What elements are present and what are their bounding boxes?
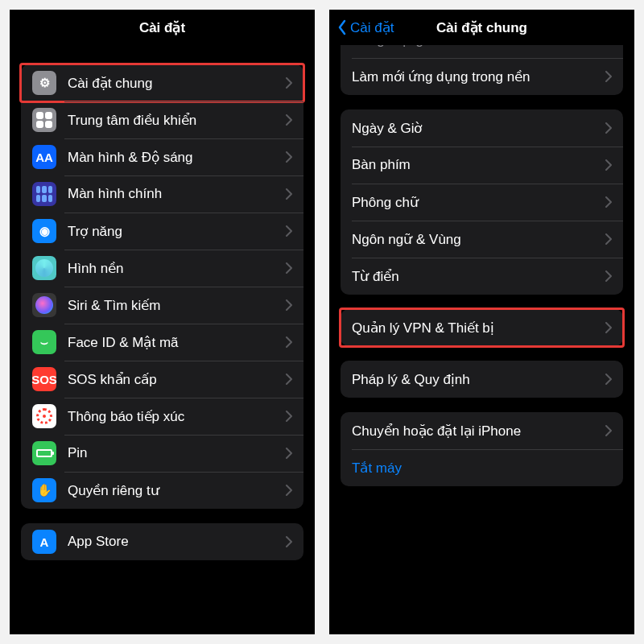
- back-button[interactable]: Cài đặt: [337, 19, 394, 36]
- row-label: Từ điển: [352, 268, 605, 285]
- row-label: Làm mới ứng dụng trong nền: [352, 68, 605, 85]
- row-kbd[interactable]: Bàn phím: [341, 147, 623, 184]
- row-date[interactable]: Ngày & Giờ: [341, 109, 623, 147]
- settings-group: Ngày & GiờBàn phímPhông chữNgôn ngữ & Vù…: [341, 109, 623, 295]
- siri-icon: [32, 293, 56, 317]
- row-label: Siri & Tìm kiếm: [68, 297, 286, 314]
- chevron-right-icon: [286, 336, 292, 348]
- row-store[interactable]: AApp Store: [21, 523, 303, 560]
- settings-group: Chuyển hoặc đặt lại iPhoneTắt máy: [341, 412, 623, 486]
- chevron-right-icon: [286, 262, 292, 274]
- general-settings-screen: Cài đặt Cài đặt chung Dung lượng iPhoneL…: [329, 10, 634, 634]
- chevron-right-icon: [286, 374, 292, 385]
- row-sos[interactable]: SOSSOS khẩn cấp: [21, 361, 303, 398]
- row-access[interactable]: ◉Trợ năng: [21, 213, 303, 250]
- settings-group: ⚙︎Cài đặt chungTrung tâm điều khiểnAAMàn…: [21, 64, 303, 509]
- chevron-right-icon: [286, 151, 292, 163]
- row-label: Thông báo tiếp xúc: [68, 408, 286, 425]
- row-priv[interactable]: ✋Quyền riêng tư: [21, 472, 303, 509]
- row-reset[interactable]: Chuyển hoặc đặt lại iPhone: [341, 412, 623, 449]
- row-label: Quyền riêng tư: [68, 482, 286, 499]
- row-label: Phông chữ: [352, 194, 605, 211]
- page-title: Cài đặt chung: [436, 19, 527, 36]
- gear-icon: ⚙︎: [32, 71, 56, 95]
- row-label: SOS khẩn cấp: [68, 371, 286, 388]
- navbar: Cài đặt: [10, 10, 315, 45]
- display-icon: AA: [32, 145, 56, 169]
- row-batt[interactable]: Pin: [21, 435, 303, 472]
- chevron-right-icon: [605, 122, 612, 134]
- row-lang[interactable]: Ngôn ngữ & Vùng: [341, 221, 623, 258]
- row-label: Màn hình & Độ sáng: [68, 149, 286, 166]
- row-label: Tắt máy: [352, 460, 612, 477]
- chevron-right-icon: [286, 411, 292, 422]
- battery-icon: [32, 441, 56, 465]
- navbar: Cài đặt Cài đặt chung: [329, 10, 634, 45]
- chevron-right-icon: [286, 77, 292, 89]
- row-label: Màn hình chính: [68, 186, 286, 202]
- page-title: Cài đặt: [139, 19, 185, 36]
- row-dict[interactable]: Từ điển: [341, 258, 623, 295]
- row-wall[interactable]: Hình nền: [21, 250, 303, 287]
- settings-group: Quản lý VPN & Thiết bị: [341, 309, 623, 346]
- wallpaper-icon: [32, 256, 56, 280]
- row-label: App Store: [68, 534, 286, 550]
- face-id-icon: ⌣: [32, 330, 56, 354]
- row-label: Trợ năng: [68, 223, 286, 240]
- row-siri[interactable]: Siri & Tìm kiếm: [21, 287, 303, 324]
- row-legal[interactable]: Pháp lý & Quy định: [341, 361, 623, 398]
- chevron-right-icon: [605, 425, 612, 436]
- chevron-right-icon: [286, 448, 292, 459]
- settings-group: Dung lượng iPhoneLàm mới ứng dụng trong …: [341, 45, 623, 95]
- back-label: Cài đặt: [350, 19, 394, 36]
- chevron-right-icon: [286, 536, 292, 547]
- sos-icon: SOS: [32, 367, 56, 391]
- chevron-right-icon: [605, 233, 612, 245]
- chevron-right-icon: [286, 225, 292, 237]
- settings-group: Pháp lý & Quy định: [341, 361, 623, 398]
- row-label: Hình nền: [68, 260, 286, 277]
- row-display[interactable]: AAMàn hình & Độ sáng: [21, 138, 303, 175]
- row-face[interactable]: ⌣Face ID & Mật mã: [21, 324, 303, 361]
- row-label: Chuyển hoặc đặt lại iPhone: [352, 423, 605, 440]
- chevron-right-icon: [286, 114, 292, 126]
- chevron-right-icon: [286, 188, 292, 200]
- row-label: Ngày & Giờ: [352, 120, 605, 137]
- row-label: Quản lý VPN & Thiết bị: [352, 320, 605, 336]
- chevron-right-icon: [605, 374, 612, 385]
- row-label: Bàn phím: [352, 157, 605, 173]
- chevron-right-icon: [286, 485, 292, 496]
- settings-screen: Cài đặt ⚙︎Cài đặt chungTrung tâm điều kh…: [10, 10, 315, 634]
- row-label: Dung lượng iPhone: [352, 45, 605, 48]
- app-store-icon: A: [32, 530, 56, 554]
- control-center-icon: [32, 108, 56, 132]
- exposure-icon: [32, 404, 56, 428]
- row-shut[interactable]: Tắt máy: [341, 449, 623, 486]
- chevron-right-icon: [605, 270, 612, 282]
- row-label: Trung tâm điều khiển: [68, 112, 286, 129]
- chevron-right-icon: [605, 71, 612, 82]
- row-label: Face ID & Mật mã: [68, 334, 286, 351]
- chevron-right-icon: [605, 322, 612, 333]
- row-general[interactable]: ⚙︎Cài đặt chung: [21, 64, 303, 101]
- row-control[interactable]: Trung tâm điều khiển: [21, 101, 303, 138]
- row-expo[interactable]: Thông báo tiếp xúc: [21, 398, 303, 435]
- row-label: Pin: [68, 445, 286, 461]
- chevron-right-icon: [605, 159, 612, 171]
- row-home[interactable]: Màn hình chính: [21, 175, 303, 213]
- accessibility-icon: ◉: [32, 219, 56, 243]
- settings-group: AApp Store: [21, 523, 303, 560]
- row-label: Ngôn ngữ & Vùng: [352, 231, 605, 248]
- chevron-right-icon: [286, 299, 292, 311]
- row-label: Pháp lý & Quy định: [352, 371, 605, 388]
- chevron-right-icon: [605, 196, 612, 208]
- row-bgapp[interactable]: Làm mới ứng dụng trong nền: [341, 58, 623, 95]
- row-storage[interactable]: Dung lượng iPhone: [341, 45, 623, 58]
- row-font[interactable]: Phông chữ: [341, 184, 623, 221]
- row-vpn[interactable]: Quản lý VPN & Thiết bị: [341, 309, 623, 346]
- general-list: Dung lượng iPhoneLàm mới ứng dụng trong …: [329, 45, 634, 634]
- home-screen-icon: [32, 182, 56, 206]
- settings-list: ⚙︎Cài đặt chungTrung tâm điều khiểnAAMàn…: [10, 45, 315, 634]
- chevron-left-icon: [337, 19, 347, 35]
- row-label: Cài đặt chung: [68, 75, 286, 92]
